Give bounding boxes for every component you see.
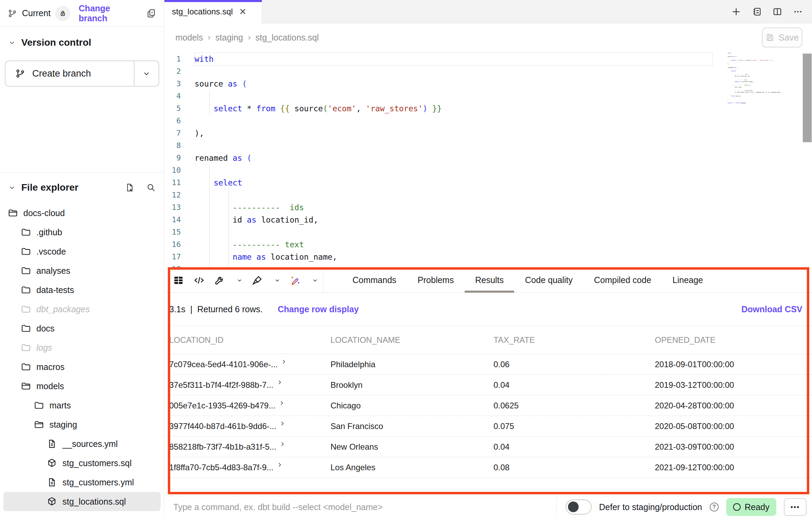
expand-row-chevron-icon[interactable] xyxy=(276,461,283,468)
tree-item-__sources.yml[interactable]: __sources.yml xyxy=(0,434,164,453)
editor-scrollbar[interactable] xyxy=(803,54,812,142)
compile-code-icon[interactable] xyxy=(193,274,205,286)
line-number: 17 xyxy=(164,251,195,263)
save-button[interactable]: Save xyxy=(762,27,802,47)
tree-item-models[interactable]: models xyxy=(0,376,164,396)
save-icon xyxy=(765,33,774,42)
tree-item-macros[interactable]: macros xyxy=(0,357,164,376)
cell-location_name: San Francisco xyxy=(330,421,494,431)
preview-table-icon[interactable] xyxy=(173,274,184,286)
chevron-down-icon xyxy=(8,184,16,191)
file-icon xyxy=(47,439,57,449)
table-row: 005e7e1c-1935-4269-b479...Chicago0.06252… xyxy=(164,395,812,416)
toggle-knob xyxy=(568,502,579,512)
tab-close-icon[interactable]: ✕ xyxy=(239,7,246,16)
code-line: 4 xyxy=(164,90,812,102)
build-wrench-icon[interactable] xyxy=(214,274,225,286)
tree-item-docs-cloud[interactable]: docs-cloud xyxy=(0,203,164,223)
ready-status-button[interactable]: Ready xyxy=(726,498,776,516)
version-control-header[interactable]: Version control xyxy=(0,27,164,51)
folder-icon xyxy=(21,285,31,295)
folder-icon xyxy=(21,227,31,237)
tree-item-stg_customers.yml[interactable]: stg_customers.yml xyxy=(0,473,164,492)
command-more-button[interactable]: ••• xyxy=(784,498,807,516)
download-csv-link[interactable]: Download CSV xyxy=(741,304,802,314)
tree-item-marts[interactable]: marts xyxy=(0,396,164,415)
code-line: 14 id as location_id, xyxy=(164,214,812,226)
tree-item-analyses[interactable]: analyses xyxy=(0,261,164,280)
tree-item-docs[interactable]: docs xyxy=(0,319,164,338)
rows-returned-label: Returned 6 rows. xyxy=(197,304,263,314)
create-branch-label: Create branch xyxy=(32,68,91,79)
create-branch-button[interactable]: Create branch xyxy=(5,60,159,87)
build-chevron-down-icon[interactable] xyxy=(236,277,243,283)
expand-row-chevron-icon[interactable] xyxy=(279,441,286,448)
command-input[interactable] xyxy=(164,496,556,518)
table-row: 858218fb-73f7-4b1b-a31f-5...New Orleans0… xyxy=(164,437,812,457)
code-line: 1with xyxy=(164,53,812,65)
editor-minimap[interactable]: with source as ( select * from {{ source… xyxy=(728,52,796,104)
new-tab-plus-icon[interactable] xyxy=(731,7,741,17)
expand-row-chevron-icon[interactable] xyxy=(279,420,286,427)
cell-location-id: 858218fb-73f7-4b1b-a31f-5... xyxy=(169,442,330,452)
cell-tax_rate: 0.075 xyxy=(494,421,655,431)
tree-item-logs[interactable]: logs xyxy=(0,338,164,357)
create-branch-dropdown[interactable] xyxy=(134,61,159,86)
expand-row-chevron-icon[interactable] xyxy=(280,358,287,365)
breadcrumb-item-staging[interactable]: staging xyxy=(216,33,243,43)
tree-item-staging[interactable]: staging xyxy=(0,415,164,434)
code-line: 13 ---------- ids xyxy=(164,201,812,214)
command-bar: Defer to staging/production ? Ready ••• xyxy=(164,496,812,518)
file-explorer-header[interactable]: File explorer xyxy=(0,176,164,199)
line-number: 2 xyxy=(164,65,195,78)
code-lines: 1with2 3source as (4 5 select * from {{ … xyxy=(164,53,812,268)
cell-location_name: Philadelphia xyxy=(330,360,494,369)
help-icon[interactable]: ? xyxy=(710,503,719,511)
search-icon[interactable] xyxy=(146,183,156,192)
defer-toggle[interactable] xyxy=(566,499,592,515)
create-branch-main[interactable]: Create branch xyxy=(5,61,134,86)
panel-tab-lineage[interactable]: Lineage xyxy=(673,268,703,293)
breadcrumb-item-models[interactable]: models xyxy=(175,33,203,43)
panel-tab-compiled-code[interactable]: Compiled code xyxy=(594,268,651,293)
tree-item-.github[interactable]: .github xyxy=(0,223,164,242)
copy-branch-button[interactable] xyxy=(146,8,156,19)
panel-tab-code-quality[interactable]: Code quality xyxy=(525,268,573,293)
tree-item-data-tests[interactable]: data-tests xyxy=(0,280,164,300)
tree-item-stg_locations.sql[interactable]: stg_locations.sql xyxy=(3,492,161,511)
tree-item-label: docs xyxy=(36,324,55,334)
more-options-icon[interactable] xyxy=(793,7,803,17)
tree-item-label: staging xyxy=(49,420,77,430)
change-row-display-link[interactable]: Change row display xyxy=(278,304,359,314)
cell-tax_rate: 0.08 xyxy=(494,463,655,472)
expand-row-chevron-icon[interactable] xyxy=(278,399,285,406)
tree-item-label: analyses xyxy=(36,266,70,276)
code-editor[interactable]: 1with2 3source as (4 5 select * from {{ … xyxy=(164,52,812,268)
sidebar-divider xyxy=(0,172,164,173)
split-editor-icon[interactable] xyxy=(772,7,782,17)
panel-tab-problems[interactable]: Problems xyxy=(418,268,454,293)
ai-chevron-down-icon[interactable] xyxy=(312,277,318,283)
new-file-button[interactable] xyxy=(125,183,135,192)
tree-item-label: .vscode xyxy=(36,247,66,257)
line-number: 3 xyxy=(164,78,195,90)
panel-tab-results[interactable]: Results xyxy=(475,268,503,293)
tree-item-stg_customers.sql[interactable]: stg_customers.sql xyxy=(0,453,164,473)
cell-tax_rate: 0.06 xyxy=(494,360,655,369)
format-chevron-down-icon[interactable] xyxy=(274,277,280,283)
ai-fix-wand-icon[interactable] xyxy=(289,274,301,286)
expand-row-chevron-icon[interactable] xyxy=(276,379,283,386)
tree-item-.vscode[interactable]: .vscode xyxy=(0,242,164,261)
panel-tab-commands[interactable]: Commands xyxy=(352,268,396,293)
format-broom-icon[interactable] xyxy=(252,274,263,286)
table-row: 1f8ffa70-7cb5-4d83-8a7f-9...Los Angeles0… xyxy=(164,457,812,478)
tree-item-label: docs-cloud xyxy=(23,208,65,218)
breadcrumb-item-file[interactable]: stg_locations.sql xyxy=(255,33,319,43)
changelog-icon[interactable] xyxy=(752,7,762,17)
minimap-line: select * from renamed xyxy=(728,102,796,104)
tree-item-dbt_packages[interactable]: dbt_packages xyxy=(0,300,164,319)
editor-tab-active[interactable]: stg_locations.sql ✕ xyxy=(164,0,262,23)
change-branch-link[interactable]: Change branch xyxy=(79,3,141,23)
cell-location-id: 7c079cea-5ed4-4101-906e-... xyxy=(169,360,330,369)
location-id-value: 37e5f311-b7f4-4f2f-988b-7... xyxy=(169,380,274,390)
